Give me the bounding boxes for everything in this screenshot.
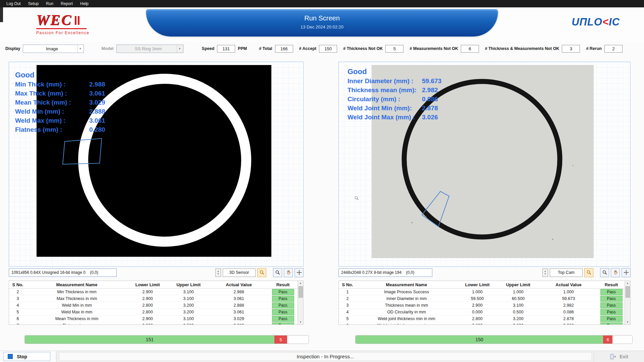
result-badge: Pass — [272, 322, 294, 325]
pan-button[interactable] — [611, 268, 620, 277]
wec-logo-underline — [36, 28, 87, 29]
table-row[interactable]: 6 Weld joint thickness max in mm 2.800 3… — [339, 322, 630, 325]
scroll-thumb[interactable] — [299, 286, 303, 298]
left-result-overlay: Good Min Thick (mm) :2.988 Max Thick (mm… — [15, 71, 105, 135]
move-button[interactable] — [622, 268, 631, 277]
cell-sno: 2 — [339, 296, 356, 301]
table-row[interactable]: 4 Weld Min in mm 2.800 3.200 2.888 Pass — [9, 302, 303, 309]
speed-input[interactable]: 131 — [217, 45, 235, 53]
scroll-down-icon[interactable]: ▼ — [627, 320, 629, 324]
magnifier-button[interactable] — [273, 268, 282, 277]
scroll-up-icon[interactable]: ▲ — [300, 281, 302, 286]
overlay-measurement-value: 3.026 — [422, 114, 438, 121]
menu-item[interactable]: Setup — [24, 1, 42, 6]
overlay-measurement-value: 2.982 — [422, 86, 438, 94]
cell-measurement-name: Thickness mean in mm — [356, 303, 457, 308]
cell-measurement-name: Weld Max in mm — [26, 310, 127, 314]
overlay-measurement: Weld Joint Min (mm):2.878 — [347, 105, 441, 114]
cell-actual-value: 3.061 — [209, 310, 269, 314]
brand-part: UΠ — [572, 16, 587, 28]
table-row[interactable]: 5 Weld Max in mm 2.800 3.200 3.061 Pass — [9, 309, 303, 315]
move-icon — [624, 270, 629, 275]
scroll-up-icon[interactable]: ▲ — [627, 281, 629, 286]
column-header: Upper Limit — [498, 282, 539, 287]
table-header-row: S No.Measurement NameLower LimitUpper Li… — [9, 281, 303, 289]
result-badge: Pass — [272, 302, 294, 308]
move-button[interactable] — [294, 268, 304, 277]
right-image-toolbar: 2448x2048 0.27X 8-bit image 194 (0,0) ▲▼… — [338, 267, 631, 278]
cell-upper-limit: 3.100 — [498, 303, 539, 308]
chevron-down-icon: ▼ — [177, 45, 182, 53]
table-row[interactable]: 6 Mean Thickness in mm 2.900 3.100 3.029… — [9, 315, 303, 322]
overlay-measurement: Flatness (mm) :0.280 — [15, 126, 105, 135]
pass-count: 150 — [356, 336, 603, 344]
table-row[interactable]: 1 Image Process Success 1.000 1.000 1.00… — [339, 289, 630, 295]
table-scrollbar[interactable]: ▲ ▼ — [625, 281, 630, 324]
left-panel: Good Min Thick (mm) :2.988 Max Thick (mm… — [9, 62, 304, 325]
right-image-viewport[interactable]: Good Inner Diameter (mm) :59.673 Thickne… — [338, 62, 631, 267]
result-badge: Pass — [600, 309, 623, 315]
image-info-field[interactable]: 1091x856 0.64X Unsigned 16-bit image 0 (… — [9, 268, 117, 277]
menu-item[interactable]: Run — [42, 1, 57, 6]
table-row[interactable]: 7 Flatness in mm 0.000 0.500 0.280 Pass — [9, 322, 303, 325]
table-row[interactable]: 2 Min Thickness in mm 2.900 3.100 2.988 … — [9, 289, 303, 295]
table-row[interactable]: 5 Weld joint thickness min in mm 2.800 3… — [339, 315, 630, 322]
left-image-viewport[interactable]: Good Min Thick (mm) :2.988 Max Thick (mm… — [9, 62, 304, 267]
zoom-tool-button[interactable] — [584, 268, 593, 277]
camera-select[interactable]: Top Cam — [550, 268, 583, 277]
magnifier-icon — [602, 270, 607, 275]
column-header: S No. — [339, 282, 356, 287]
overlay-measurement-value: 59.673 — [422, 77, 441, 84]
scroll-thumb[interactable] — [626, 286, 630, 298]
overlay-measurement: Min Thick (mm) :2.988 — [15, 81, 105, 90]
cell-upper-limit: 3.200 — [168, 310, 209, 314]
menu-item[interactable]: Help — [76, 1, 92, 6]
pan-button[interactable] — [284, 268, 293, 277]
display-select[interactable]: Image ▼ — [23, 45, 84, 53]
stop-button[interactable]: Stop — [3, 352, 50, 361]
result-badge: Pass — [600, 322, 623, 325]
overlay-measurement-value: 0.086 — [422, 96, 438, 103]
cell-upper-limit: 3.200 — [168, 303, 209, 308]
cell-measurement-name: Weld Min in mm — [26, 303, 127, 308]
counter-label: # Measurements Not OK — [410, 46, 458, 51]
exit-button[interactable]: Exit — [594, 351, 644, 362]
header-datetime: 13 Dec 2024 20:02:20 — [146, 24, 498, 29]
camera-stepper[interactable]: ▲▼ — [215, 268, 221, 277]
table-row[interactable]: 3 Max Thickness in mm 2.900 3.100 3.061 … — [9, 295, 303, 302]
cell-sno: 3 — [9, 296, 26, 301]
image-info-field[interactable]: 2448x2048 0.27X 8-bit image 194 (0,0) — [338, 268, 432, 277]
overlay-measurement: Weld Min (mm) :2.888 — [15, 108, 105, 117]
stop-button-label: Stop — [17, 354, 27, 359]
column-header: Upper Limit — [168, 282, 209, 287]
table-row[interactable]: 4 OD Circularity in mm 0.000 0.500 0.086… — [339, 309, 630, 315]
menu-item[interactable]: Log Out — [3, 1, 24, 6]
wec-logo: WEC Passion For Excellence — [36, 13, 110, 35]
camera-select[interactable]: 3D Sensor — [223, 268, 256, 277]
column-header: Actual Value — [209, 282, 269, 287]
overlay-measurement-label: Mean Thick (mm) : — [15, 99, 89, 106]
table-row[interactable]: 3 Thickness mean in mm 2.900 3.100 2.982… — [339, 302, 630, 309]
chevron-down-icon: ▼ — [77, 45, 83, 53]
counter: # Rerun 2 — [586, 45, 623, 53]
result-badge: Pass — [600, 296, 623, 302]
menu-item[interactable]: Report — [57, 1, 76, 6]
result-badge: Pass — [600, 289, 623, 295]
right-progress-bar: 150 6 — [355, 335, 633, 344]
zoom-tool-button[interactable] — [257, 268, 266, 277]
cell-actual-value: 0.280 — [209, 323, 269, 325]
counter-label: # Accept — [299, 46, 317, 51]
scroll-down-icon[interactable]: ▼ — [300, 320, 302, 324]
counter: # Measurements Not OK 6 — [410, 45, 479, 53]
overlay-measurement-label: Weld Joint Max (mm) : — [347, 114, 422, 121]
camera-stepper[interactable]: ▲▼ — [542, 268, 548, 277]
cell-lower-limit: 2.900 — [457, 303, 498, 308]
cell-upper-limit: 3.100 — [168, 290, 209, 294]
speed-unit-label: PPM — [238, 46, 247, 51]
cell-sno: 2 — [9, 290, 26, 294]
table-scrollbar[interactable]: ▲ ▼ — [298, 281, 303, 324]
table-row[interactable]: 2 Inner Diameter in mm 59.500 60.500 59.… — [339, 295, 630, 302]
cell-measurement-name: Image Process Success — [356, 290, 457, 294]
magnifier-button[interactable] — [600, 268, 609, 277]
counter-value: 3 — [562, 45, 580, 53]
